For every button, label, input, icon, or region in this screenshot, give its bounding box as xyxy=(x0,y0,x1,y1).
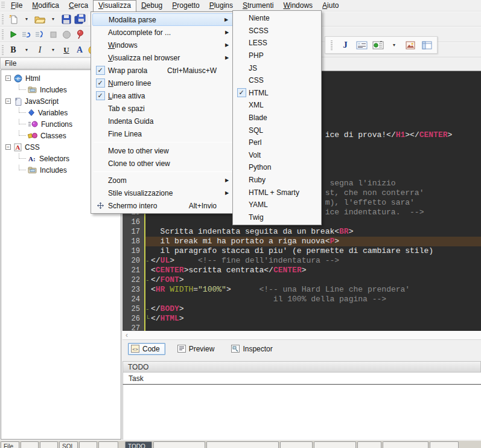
run-button[interactable] xyxy=(7,28,19,41)
bottom-tab-todo[interactable]: TODO xyxy=(125,441,152,448)
todo-column-header[interactable]: Task xyxy=(123,373,481,385)
menu-item-zoom[interactable]: Zoom▶ xyxy=(92,174,234,187)
menubar-item-debug[interactable]: Debug xyxy=(136,0,167,11)
menu-item-move-to-other-view[interactable]: Move to other view xyxy=(92,144,234,157)
bottom-tab[interactable] xyxy=(357,441,381,448)
justify-button[interactable]: J xyxy=(339,39,351,52)
code-line[interactable]: 26└</HTML> xyxy=(123,314,481,324)
horizontal-scrollbar[interactable]: ‹ xyxy=(123,331,481,340)
parse-mode-js[interactable]: JS xyxy=(234,62,320,74)
menu-item-stile-visualizzazione[interactable]: Stile visualizzazione▶ xyxy=(92,187,234,199)
insert-image-button[interactable] xyxy=(404,39,416,52)
toolbar-grip[interactable] xyxy=(331,40,333,50)
scroll-left-icon[interactable]: ‹ xyxy=(123,331,131,339)
underline-button[interactable]: U xyxy=(60,43,72,57)
code-line[interactable]: 21<CENTER>scritta centrata</CENTER> xyxy=(123,266,481,275)
tree-collapse-icon[interactable]: − xyxy=(5,144,11,150)
step-over-button[interactable] xyxy=(21,28,33,41)
bottom-tab[interactable] xyxy=(79,441,97,448)
code-line[interactable]: 20-</UL> <!-- fine dell'indentatura --> xyxy=(123,256,481,266)
parse-mode-twig[interactable]: Twig xyxy=(234,211,320,224)
toolbar-grip[interactable] xyxy=(1,2,5,9)
menu-item-fine-linea[interactable]: Fine Linea xyxy=(92,127,234,140)
tree-collapse-icon[interactable]: − xyxy=(5,75,11,81)
menubar-item-modifica[interactable]: Modifica xyxy=(27,0,64,11)
bottom-tab[interactable] xyxy=(314,441,356,448)
bold-menu-caret[interactable]: ▾ xyxy=(21,43,33,57)
code-line[interactable]: 27 xyxy=(123,324,481,331)
menu-item-visualizza-nel-browser[interactable]: Visualizza nel browser▶ xyxy=(92,51,234,64)
italic-button[interactable]: I xyxy=(34,43,46,57)
save-button[interactable] xyxy=(60,13,72,26)
open-file-menu-caret[interactable]: ▾ xyxy=(47,13,59,26)
parse-mode-scss[interactable]: SCSS xyxy=(234,25,320,37)
parse-mode-blade[interactable]: Blade xyxy=(234,112,320,124)
bottom-tab[interactable] xyxy=(383,441,428,448)
tab-inspector[interactable]: Inspector xyxy=(229,344,277,354)
insert-object-button[interactable] xyxy=(372,39,384,52)
code-line[interactable]: 25-</BODY> xyxy=(123,304,481,314)
step-into-button[interactable] xyxy=(34,28,46,41)
code-line[interactable]: 18 il break mi ha portato a riga nuova<P… xyxy=(123,237,481,246)
code-line[interactable]: 22-</FONT> xyxy=(123,275,481,285)
parse-mode-niente[interactable]: Niente xyxy=(234,12,320,25)
bold-button[interactable]: B xyxy=(7,43,19,57)
menu-item-clone-to-other-view[interactable]: Clone to other view xyxy=(92,157,234,170)
menubar-item-progetto[interactable]: Progetto xyxy=(167,0,204,11)
tree-collapse-icon[interactable]: − xyxy=(5,98,11,104)
insert-object-menu-caret[interactable]: ▾ xyxy=(388,39,400,52)
bottom-tab[interactable] xyxy=(206,441,279,448)
breakpoint-button[interactable] xyxy=(74,28,86,41)
menu-item-tab-e-spazi[interactable]: Tab e spazi xyxy=(92,102,234,115)
bottom-tab[interactable] xyxy=(280,441,313,448)
record-button[interactable] xyxy=(60,28,72,41)
todo-list-area[interactable] xyxy=(123,385,481,440)
menu-item-wrap-parola[interactable]: ✓Wrap parolaCtrl+Maiusc+W xyxy=(92,64,234,77)
parse-mode-less[interactable]: LESS xyxy=(234,37,320,50)
font-button[interactable]: A xyxy=(74,43,86,57)
menu-item-autocomplete-for[interactable]: Autocomplete for ...▶ xyxy=(92,26,234,39)
italic-menu-caret[interactable]: ▾ xyxy=(47,43,59,57)
menu-item-schermo-intero[interactable]: Schermo interoAlt+Invio xyxy=(92,199,234,212)
parse-mode-perl[interactable]: Perl xyxy=(234,136,320,149)
form-button[interactable] xyxy=(355,39,368,52)
new-file-menu-caret[interactable]: ▾ xyxy=(21,13,33,26)
open-file-button[interactable] xyxy=(34,13,46,26)
layout-panel-button[interactable] xyxy=(421,39,433,52)
bottom-tab[interactable] xyxy=(40,441,58,448)
bottom-tab[interactable] xyxy=(430,441,459,448)
parse-mode-css[interactable]: CSS xyxy=(234,74,320,87)
bottom-tab-file[interactable]: File xyxy=(1,441,19,448)
menubar-item-cerca[interactable]: Cerca xyxy=(64,0,93,11)
parse-mode-ruby[interactable]: Ruby xyxy=(234,174,320,187)
new-file-button[interactable] xyxy=(7,13,19,26)
parse-mode-html-smarty[interactable]: HTML + Smarty xyxy=(234,186,320,199)
bottom-tab[interactable] xyxy=(153,441,205,448)
tab-preview[interactable]: Preview xyxy=(175,344,220,354)
code-line[interactable]: 19 il paragrafo stacca di piu' (e permet… xyxy=(123,246,481,256)
menubar-item-file[interactable]: File xyxy=(6,0,27,11)
toolbar-grip[interactable] xyxy=(2,14,4,24)
menubar-item-visualizza[interactable]: Visualizza xyxy=(93,0,136,11)
bottom-tab[interactable] xyxy=(98,441,118,448)
toolbar-grip[interactable] xyxy=(2,45,4,55)
menu-item-indenta-guida[interactable]: Indenta Guida xyxy=(92,115,234,127)
menu-item-modalita-parse[interactable]: Modalita parse▶ xyxy=(92,13,234,26)
parse-mode-volt[interactable]: Volt xyxy=(234,149,320,162)
stop-button[interactable] xyxy=(47,28,59,41)
parse-mode-yaml[interactable]: YAML xyxy=(234,199,320,211)
save-all-button[interactable] xyxy=(74,13,86,26)
code-line[interactable]: 17 Scritta indentata seguita da un break… xyxy=(123,227,481,237)
menu-item-numero-linee[interactable]: ✓Numero linee xyxy=(92,77,234,89)
parse-mode-sql[interactable]: SQL xyxy=(234,124,320,136)
bottom-tab-sql[interactable]: SQL xyxy=(59,441,78,448)
tab-code[interactable]: <> Code xyxy=(128,343,165,355)
menu-item-linea-attiva[interactable]: ✓Linea attiva xyxy=(92,89,234,102)
parse-mode-php[interactable]: PHP xyxy=(234,50,320,62)
parse-mode-xml[interactable]: XML xyxy=(234,99,320,112)
bottom-tab[interactable] xyxy=(21,441,39,448)
toolbar-grip[interactable] xyxy=(2,30,4,39)
parse-mode-html[interactable]: ✓HTML xyxy=(234,87,320,100)
parse-mode-python[interactable]: Python xyxy=(234,161,320,174)
code-line[interactable]: 23<HR WIDTH="100%"> <!-- una Hard Line c… xyxy=(123,285,481,295)
